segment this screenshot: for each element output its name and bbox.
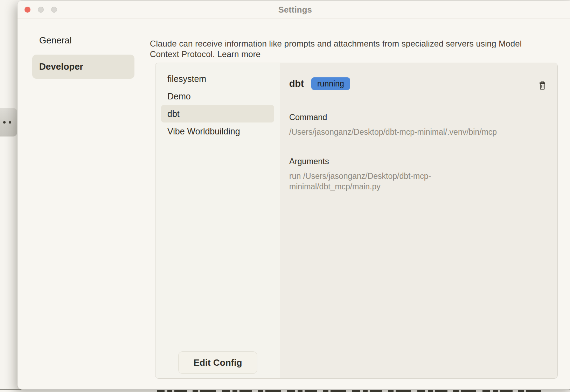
server-item-demo[interactable]: Demo (161, 88, 274, 105)
arguments-label: Arguments (289, 156, 545, 167)
zoom-button[interactable] (51, 7, 57, 13)
server-list: filesystem Demo dbt Vibe Worldbuilding E… (155, 63, 280, 378)
mcp-description-text: Claude can receive information like prom… (150, 39, 522, 59)
server-item-dbt[interactable]: dbt (161, 105, 274, 122)
background-window-text-clipped (157, 390, 545, 392)
nav-item-developer[interactable]: Developer (32, 55, 134, 79)
traffic-lights (25, 7, 57, 13)
settings-window: Settings General Developer Claude can re… (18, 1, 570, 390)
background-side-tab[interactable] (0, 108, 17, 136)
minimize-button[interactable] (38, 7, 44, 13)
server-detail-header: dbt running (289, 76, 545, 91)
server-item-filesystem[interactable]: filesystem (161, 70, 274, 88)
close-button[interactable] (25, 7, 30, 13)
nav-item-general[interactable]: General (32, 31, 134, 50)
two-dots-icon (3, 121, 6, 124)
edit-config-button[interactable]: Edit Config (178, 351, 257, 374)
command-label: Command (289, 112, 545, 122)
trash-icon (539, 81, 546, 90)
server-item-vibe-worldbuilding[interactable]: Vibe Worldbuilding (161, 122, 274, 140)
arguments-value: run /Users/jasonganz/Desktop/dbt-mcp-min… (289, 171, 499, 192)
command-value: /Users/jasonganz/Desktop/dbt-mcp-minimal… (289, 127, 545, 137)
delete-server-button[interactable] (539, 81, 546, 90)
titlebar: Settings (18, 1, 570, 19)
learn-more-link[interactable]: Learn more (217, 49, 261, 59)
server-name: dbt (289, 78, 304, 89)
mcp-servers-panel: filesystem Demo dbt Vibe Worldbuilding E… (155, 63, 558, 379)
server-detail-pane: dbt running Command /Users/jasonganz/Des… (280, 63, 557, 378)
two-dots-icon (9, 121, 11, 124)
settings-nav: General Developer (32, 31, 134, 79)
mcp-description: Claude can receive information like prom… (150, 38, 528, 59)
status-badge: running (311, 77, 350, 90)
window-title: Settings (278, 5, 312, 15)
